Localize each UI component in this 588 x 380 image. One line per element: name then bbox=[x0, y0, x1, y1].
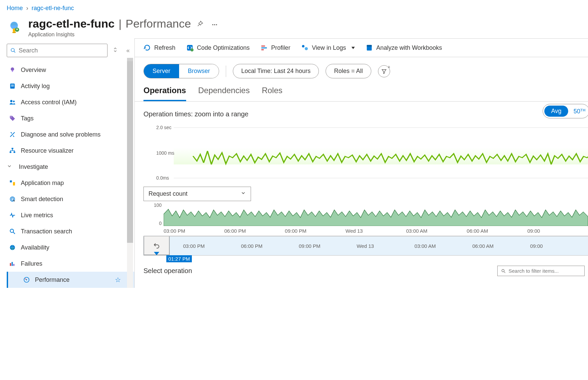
sidebar-item-txn[interactable]: Transaction search bbox=[7, 223, 134, 239]
globe-icon bbox=[9, 244, 16, 251]
sidebar-item-activity[interactable]: Activity log bbox=[7, 78, 134, 94]
sidebar-search[interactable] bbox=[7, 44, 108, 57]
svg-rect-7 bbox=[12, 71, 13, 72]
undo-zoom-button[interactable] bbox=[143, 236, 170, 255]
svg-rect-16 bbox=[13, 152, 15, 153]
main-content: Refresh Code Optimizations Profiler View… bbox=[134, 38, 588, 288]
time-axis-top: 03:00 PM 06:00 PM 09:00 PM Wed 13 03:00 … bbox=[164, 226, 588, 236]
sidebar-item-diagnose[interactable]: Diagnose and solve problems bbox=[7, 126, 134, 143]
radar-icon bbox=[9, 196, 16, 202]
collapse-sidebar-icon[interactable]: « bbox=[126, 47, 130, 54]
svg-point-29 bbox=[26, 279, 27, 280]
time-range-pill[interactable]: Local Time: Last 24 hours bbox=[233, 64, 319, 78]
operation-filter-search[interactable] bbox=[497, 266, 585, 276]
metric-select-dropdown[interactable]: Request count bbox=[143, 187, 251, 201]
tag-icon bbox=[9, 115, 16, 122]
y-axis-label: 1000 ms bbox=[156, 150, 174, 156]
svg-rect-15 bbox=[10, 152, 11, 153]
view-in-logs-button[interactable]: View in Logs bbox=[301, 44, 355, 51]
svg-point-20 bbox=[11, 198, 14, 200]
toolbar-label: Analyze with Workbooks bbox=[376, 44, 442, 51]
sidebar-item-iam[interactable]: Access control (IAM) bbox=[7, 94, 134, 110]
breadcrumb-resource[interactable]: ragc-etl-ne-func bbox=[32, 5, 74, 12]
filter-bar: Server Browser Local Time: Last 24 hours… bbox=[135, 57, 588, 78]
appmap-icon bbox=[9, 180, 16, 186]
operation-filter-input[interactable] bbox=[508, 268, 581, 274]
y-axis-label: 2.0 sec bbox=[156, 125, 171, 130]
pin-icon[interactable] bbox=[196, 20, 204, 29]
svg-rect-25 bbox=[10, 263, 11, 266]
sidebar-item-tags[interactable]: Tags bbox=[7, 110, 134, 126]
more-icon[interactable]: ··· bbox=[212, 21, 217, 29]
sidebar-item-live[interactable]: Live metrics bbox=[7, 207, 134, 223]
line-chart-svg bbox=[174, 124, 588, 181]
y-axis-label: 100 bbox=[154, 202, 162, 208]
chart-title: Operation times: zoom into a range bbox=[135, 102, 257, 121]
sidebar-item-availability[interactable]: Availability bbox=[7, 239, 134, 256]
title-sep: | bbox=[119, 17, 122, 30]
breadcrumb: Home › ragc-etl-ne-func bbox=[0, 0, 588, 15]
favorite-icon[interactable]: ☆ bbox=[115, 276, 121, 284]
sidebar-group-investigate[interactable]: Investigate bbox=[7, 159, 134, 175]
command-bar: Refresh Code Optimizations Profiler View… bbox=[135, 39, 588, 57]
sidebar-item-label: Tags bbox=[21, 115, 34, 122]
tab-operations[interactable]: Operations bbox=[143, 86, 186, 101]
sidebar-item-resource-viz[interactable]: Resource visualizer bbox=[7, 143, 134, 159]
svg-rect-9 bbox=[11, 85, 14, 85]
avg-option[interactable]: Avg bbox=[544, 106, 568, 117]
svg-rect-26 bbox=[12, 262, 13, 266]
request-count-chart[interactable]: 100 0 bbox=[164, 202, 588, 226]
svg-rect-10 bbox=[11, 86, 14, 86]
code-optimizations-button[interactable]: Code Optimizations bbox=[186, 44, 250, 51]
current-time-badge: 01:27 PM bbox=[166, 255, 192, 262]
browser-toggle[interactable]: Browser bbox=[179, 64, 219, 78]
app-insights-icon bbox=[7, 20, 22, 35]
p50-option[interactable]: 50ᵀᴴ bbox=[574, 108, 588, 115]
sidebar-item-appmap[interactable]: Application map bbox=[7, 175, 134, 191]
toolbar-label: View in Logs bbox=[312, 44, 346, 51]
time-axis-zoom[interactable]: 03:00 PM 06:00 PM 09:00 PM Wed 13 03:00 … bbox=[143, 236, 588, 256]
wrench-icon bbox=[9, 131, 16, 138]
sidebar-item-smart[interactable]: Smart detection bbox=[7, 191, 134, 207]
bars-icon bbox=[9, 260, 16, 267]
analyze-workbooks-button[interactable]: Analyze with Workbooks bbox=[366, 44, 442, 51]
filter-divider bbox=[226, 66, 226, 77]
page-header: ragc-etl-ne-func | Performance ··· Appli… bbox=[0, 15, 588, 40]
expand-icon[interactable] bbox=[113, 47, 118, 54]
page-subtitle: Application Insights bbox=[28, 32, 217, 38]
roles-filter-pill[interactable]: Roles = All bbox=[326, 64, 371, 78]
sidebar-item-label: Application map bbox=[21, 180, 64, 187]
sidebar-item-performance[interactable]: Performance ☆ bbox=[7, 272, 134, 288]
refresh-button[interactable]: Refresh bbox=[143, 44, 175, 51]
svg-rect-32 bbox=[261, 46, 265, 47]
people-icon bbox=[9, 99, 16, 106]
svg-point-11 bbox=[10, 100, 12, 102]
sidebar-item-label: Performance bbox=[35, 276, 70, 283]
svg-point-22 bbox=[10, 229, 13, 232]
server-browser-toggle[interactable]: Server Browser bbox=[143, 64, 219, 78]
svg-rect-18 bbox=[13, 182, 15, 186]
operation-time-chart[interactable]: 2.0 sec 1000 ms 0.0ms bbox=[135, 121, 588, 185]
svg-point-35 bbox=[302, 45, 304, 47]
svg-marker-39 bbox=[164, 209, 588, 226]
perf-tabs: Operations Dependencies Roles bbox=[135, 78, 588, 102]
sidebar-item-overview[interactable]: Overview bbox=[7, 62, 134, 78]
percentile-toggle[interactable]: Avg 50ᵀᴴ bbox=[543, 104, 588, 118]
sidebar-item-label: Diagnose and solve problems bbox=[21, 131, 100, 138]
sidebar-item-label: Overview bbox=[21, 67, 46, 74]
sidebar-search-input[interactable] bbox=[18, 47, 104, 54]
y-axis-label: 0 bbox=[159, 221, 162, 226]
log-icon bbox=[9, 83, 16, 89]
svg-point-13 bbox=[11, 117, 11, 118]
sidebar-item-failures[interactable]: Failures bbox=[7, 256, 134, 272]
svg-rect-34 bbox=[261, 49, 264, 50]
tab-dependencies[interactable]: Dependencies bbox=[198, 86, 250, 101]
server-toggle[interactable]: Server bbox=[144, 64, 179, 78]
svg-point-12 bbox=[13, 101, 15, 102]
tab-roles[interactable]: Roles bbox=[262, 86, 282, 101]
profiler-button[interactable]: Profiler bbox=[260, 44, 290, 51]
sidebar-scrollbar[interactable] bbox=[127, 58, 133, 288]
add-filter-button[interactable]: + bbox=[378, 65, 390, 77]
breadcrumb-home[interactable]: Home bbox=[7, 5, 23, 12]
page-title: ragc-etl-ne-func bbox=[28, 17, 115, 30]
